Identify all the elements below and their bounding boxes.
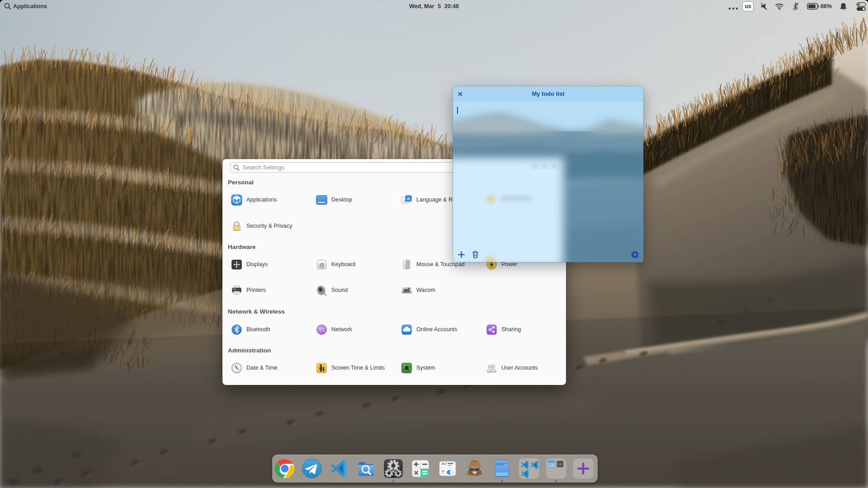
svg-text:@: @ [319,262,325,267]
svg-text:A: A [407,196,410,201]
